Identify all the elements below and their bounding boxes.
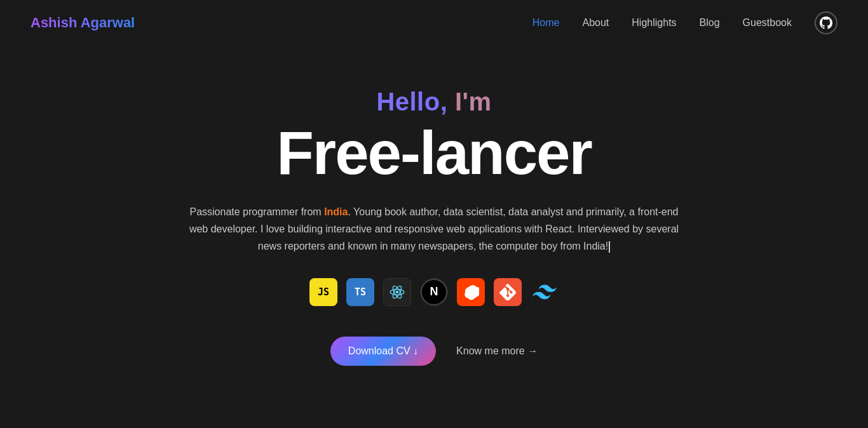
- download-cv-button[interactable]: Download CV ↓: [330, 337, 436, 366]
- hero-description: Passionate programmer from India. Young …: [186, 203, 682, 255]
- hero-section: Hello, I'm Free-lancer Passionate progra…: [0, 0, 868, 428]
- svelte-icon: [457, 278, 485, 306]
- typescript-icon: TS: [346, 278, 374, 306]
- hello-text: Hello,: [376, 88, 447, 116]
- sidebar-item-highlights[interactable]: Highlights: [632, 17, 676, 29]
- sidebar-item-guestbook[interactable]: Guestbook: [743, 17, 792, 29]
- download-cv-label: Download CV ↓: [348, 345, 418, 357]
- sidebar-item-home[interactable]: Home: [532, 17, 560, 29]
- know-more-label: Know me more →: [456, 345, 538, 357]
- github-button[interactable]: [815, 11, 837, 34]
- sidebar-item-blog[interactable]: Blog: [700, 17, 720, 29]
- know-more-button[interactable]: Know me more →: [456, 345, 538, 357]
- navbar: Ashish Agarwal Home About Highlights Blo…: [0, 0, 868, 46]
- nav-link-home[interactable]: Home: [532, 17, 560, 28]
- github-icon: [820, 17, 832, 29]
- tailwind-icon: [531, 278, 559, 306]
- nav-link-about[interactable]: About: [583, 17, 609, 28]
- nav-right: Home About Highlights Blog Guestbook: [532, 11, 837, 34]
- nav-link-guestbook[interactable]: Guestbook: [743, 17, 792, 28]
- text-cursor: [609, 241, 610, 253]
- description-before-india: Passionate programmer from: [189, 206, 324, 217]
- nextjs-icon: N: [420, 278, 448, 306]
- sidebar-item-about[interactable]: About: [583, 17, 609, 29]
- nav-link-highlights[interactable]: Highlights: [632, 17, 676, 28]
- hero-greeting: Hello, I'm: [376, 88, 491, 116]
- hero-title: Free-lancer: [276, 121, 592, 185]
- git-icon: [494, 278, 522, 306]
- svg-point-0: [396, 290, 398, 293]
- im-text: I'm: [455, 88, 492, 116]
- nav-links: Home About Highlights Blog Guestbook: [532, 17, 792, 29]
- javascript-icon: JS: [309, 278, 337, 306]
- hero-actions: Download CV ↓ Know me more →: [330, 337, 538, 366]
- nav-link-blog[interactable]: Blog: [700, 17, 720, 28]
- react-icon: [383, 278, 411, 306]
- site-logo[interactable]: Ashish Agarwal: [31, 15, 135, 31]
- india-text: India: [324, 206, 348, 217]
- tech-icons-row: JS TS N: [309, 278, 559, 306]
